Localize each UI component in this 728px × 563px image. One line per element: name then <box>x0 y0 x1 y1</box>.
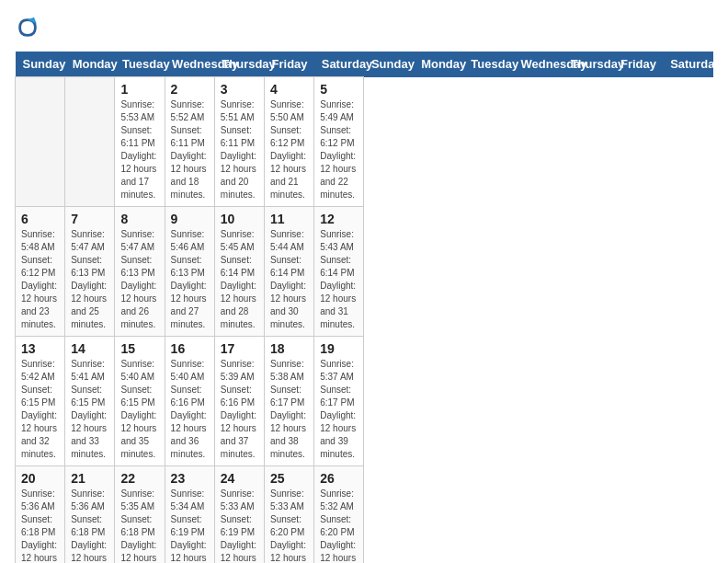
day-number: 17 <box>221 341 258 356</box>
day-info: Sunrise: 5:49 AM Sunset: 6:12 PM Dayligh… <box>320 98 358 201</box>
day-header-thursday: Thursday <box>563 52 613 77</box>
day-info: Sunrise: 5:34 AM Sunset: 6:19 PM Dayligh… <box>171 488 209 563</box>
day-info: Sunrise: 5:40 AM Sunset: 6:15 PM Dayligh… <box>120 358 158 461</box>
day-info: Sunrise: 5:38 AM Sunset: 6:17 PM Dayligh… <box>270 358 308 461</box>
day-header-friday: Friday <box>613 52 663 77</box>
day-number: 19 <box>320 341 358 356</box>
day-number: 18 <box>270 341 308 356</box>
calendar-cell <box>65 77 115 207</box>
day-header-thursday: Thursday <box>214 52 264 77</box>
calendar-cell: 22Sunrise: 5:35 AM Sunset: 6:18 PM Dayli… <box>115 466 165 564</box>
calendar-cell: 13Sunrise: 5:42 AM Sunset: 6:15 PM Dayli… <box>16 337 65 466</box>
day-number: 15 <box>120 341 158 356</box>
calendar-cell: 9Sunrise: 5:46 AM Sunset: 6:13 PM Daylig… <box>165 207 214 337</box>
day-number: 6 <box>21 212 59 226</box>
day-number: 8 <box>120 212 158 226</box>
day-info: Sunrise: 5:40 AM Sunset: 6:16 PM Dayligh… <box>171 358 209 461</box>
day-info: Sunrise: 5:52 AM Sunset: 6:11 PM Dayligh… <box>171 98 209 201</box>
day-number: 22 <box>120 471 158 486</box>
day-number: 7 <box>71 212 108 226</box>
day-header-sunday: Sunday <box>16 52 65 77</box>
calendar-cell: 12Sunrise: 5:43 AM Sunset: 6:14 PM Dayli… <box>314 207 364 337</box>
day-number: 3 <box>221 82 258 97</box>
day-info: Sunrise: 5:33 AM Sunset: 6:20 PM Dayligh… <box>270 488 308 563</box>
calendar-cell: 8Sunrise: 5:47 AM Sunset: 6:13 PM Daylig… <box>115 207 165 337</box>
day-header-saturday: Saturday <box>314 52 364 77</box>
day-info: Sunrise: 5:35 AM Sunset: 6:18 PM Dayligh… <box>120 488 158 563</box>
day-header-sunday: Sunday <box>364 52 414 77</box>
calendar-cell: 17Sunrise: 5:39 AM Sunset: 6:16 PM Dayli… <box>214 337 264 466</box>
day-number: 13 <box>21 341 59 356</box>
calendar-cell: 19Sunrise: 5:37 AM Sunset: 6:17 PM Dayli… <box>314 337 364 466</box>
calendar-table: SundayMondayTuesdayWednesdayThursdayFrid… <box>15 52 713 563</box>
calendar-cell: 16Sunrise: 5:40 AM Sunset: 6:16 PM Dayli… <box>165 337 214 466</box>
calendar-cell: 5Sunrise: 5:49 AM Sunset: 6:12 PM Daylig… <box>314 77 364 207</box>
day-number: 9 <box>171 212 209 226</box>
day-number: 26 <box>320 471 358 486</box>
calendar-cell: 21Sunrise: 5:36 AM Sunset: 6:18 PM Dayli… <box>65 466 115 564</box>
day-info: Sunrise: 5:33 AM Sunset: 6:19 PM Dayligh… <box>221 488 258 563</box>
day-info: Sunrise: 5:53 AM Sunset: 6:11 PM Dayligh… <box>120 98 158 201</box>
calendar-cell: 14Sunrise: 5:41 AM Sunset: 6:15 PM Dayli… <box>65 337 115 466</box>
day-info: Sunrise: 5:45 AM Sunset: 6:14 PM Dayligh… <box>221 228 258 331</box>
day-info: Sunrise: 5:36 AM Sunset: 6:18 PM Dayligh… <box>71 488 108 563</box>
calendar-cell: 7Sunrise: 5:47 AM Sunset: 6:13 PM Daylig… <box>65 207 115 337</box>
calendar-cell: 24Sunrise: 5:33 AM Sunset: 6:19 PM Dayli… <box>214 466 264 564</box>
day-number: 23 <box>171 471 209 486</box>
day-header-tuesday: Tuesday <box>115 52 165 77</box>
day-info: Sunrise: 5:41 AM Sunset: 6:15 PM Dayligh… <box>71 358 108 461</box>
day-header-tuesday: Tuesday <box>463 52 513 77</box>
day-info: Sunrise: 5:51 AM Sunset: 6:11 PM Dayligh… <box>221 98 258 201</box>
day-header-monday: Monday <box>65 52 115 77</box>
day-info: Sunrise: 5:36 AM Sunset: 6:18 PM Dayligh… <box>21 488 59 563</box>
calendar-cell: 10Sunrise: 5:45 AM Sunset: 6:14 PM Dayli… <box>214 207 264 337</box>
day-number: 12 <box>320 212 358 226</box>
calendar-cell: 11Sunrise: 5:44 AM Sunset: 6:14 PM Dayli… <box>265 207 314 337</box>
day-header-wednesday: Wednesday <box>165 52 214 77</box>
day-number: 10 <box>221 212 258 226</box>
day-header-monday: Monday <box>414 52 463 77</box>
day-info: Sunrise: 5:47 AM Sunset: 6:13 PM Dayligh… <box>120 228 158 331</box>
day-number: 5 <box>320 82 358 97</box>
calendar-cell: 23Sunrise: 5:34 AM Sunset: 6:19 PM Dayli… <box>165 466 214 564</box>
day-number: 11 <box>270 212 308 226</box>
day-info: Sunrise: 5:42 AM Sunset: 6:15 PM Dayligh… <box>21 358 59 461</box>
calendar-header-row: SundayMondayTuesdayWednesdayThursdayFrid… <box>16 52 713 77</box>
day-info: Sunrise: 5:44 AM Sunset: 6:14 PM Dayligh… <box>270 228 308 331</box>
page-header <box>15 15 713 40</box>
day-number: 20 <box>21 471 59 486</box>
day-header-wednesday: Wednesday <box>514 52 563 77</box>
day-number: 21 <box>71 471 108 486</box>
day-number: 24 <box>221 471 258 486</box>
calendar-cell: 1Sunrise: 5:53 AM Sunset: 6:11 PM Daylig… <box>115 77 165 207</box>
day-header-friday: Friday <box>265 52 314 77</box>
calendar-week-row: 13Sunrise: 5:42 AM Sunset: 6:15 PM Dayli… <box>16 337 713 466</box>
day-number: 16 <box>171 341 209 356</box>
calendar-cell: 4Sunrise: 5:50 AM Sunset: 6:12 PM Daylig… <box>265 77 314 207</box>
day-info: Sunrise: 5:43 AM Sunset: 6:14 PM Dayligh… <box>320 228 358 331</box>
day-header-saturday: Saturday <box>663 52 712 77</box>
day-info: Sunrise: 5:32 AM Sunset: 6:20 PM Dayligh… <box>320 488 358 563</box>
day-number: 25 <box>270 471 308 486</box>
calendar-week-row: 1Sunrise: 5:53 AM Sunset: 6:11 PM Daylig… <box>16 77 713 207</box>
calendar-week-row: 6Sunrise: 5:48 AM Sunset: 6:12 PM Daylig… <box>16 207 713 337</box>
logo <box>15 15 44 40</box>
calendar-week-row: 20Sunrise: 5:36 AM Sunset: 6:18 PM Dayli… <box>16 466 713 564</box>
logo-icon <box>15 15 40 40</box>
calendar-cell: 25Sunrise: 5:33 AM Sunset: 6:20 PM Dayli… <box>265 466 314 564</box>
day-number: 2 <box>171 82 209 97</box>
calendar-cell: 6Sunrise: 5:48 AM Sunset: 6:12 PM Daylig… <box>16 207 65 337</box>
day-info: Sunrise: 5:47 AM Sunset: 6:13 PM Dayligh… <box>71 228 108 331</box>
calendar-cell: 26Sunrise: 5:32 AM Sunset: 6:20 PM Dayli… <box>314 466 364 564</box>
day-info: Sunrise: 5:39 AM Sunset: 6:16 PM Dayligh… <box>221 358 258 461</box>
calendar-cell: 15Sunrise: 5:40 AM Sunset: 6:15 PM Dayli… <box>115 337 165 466</box>
calendar-cell: 3Sunrise: 5:51 AM Sunset: 6:11 PM Daylig… <box>214 77 264 207</box>
day-number: 4 <box>270 82 308 97</box>
day-number: 14 <box>71 341 108 356</box>
calendar-cell: 2Sunrise: 5:52 AM Sunset: 6:11 PM Daylig… <box>165 77 214 207</box>
day-info: Sunrise: 5:48 AM Sunset: 6:12 PM Dayligh… <box>21 228 59 331</box>
day-number: 1 <box>120 82 158 97</box>
calendar-cell: 18Sunrise: 5:38 AM Sunset: 6:17 PM Dayli… <box>265 337 314 466</box>
calendar-cell <box>16 77 65 207</box>
day-info: Sunrise: 5:37 AM Sunset: 6:17 PM Dayligh… <box>320 358 358 461</box>
